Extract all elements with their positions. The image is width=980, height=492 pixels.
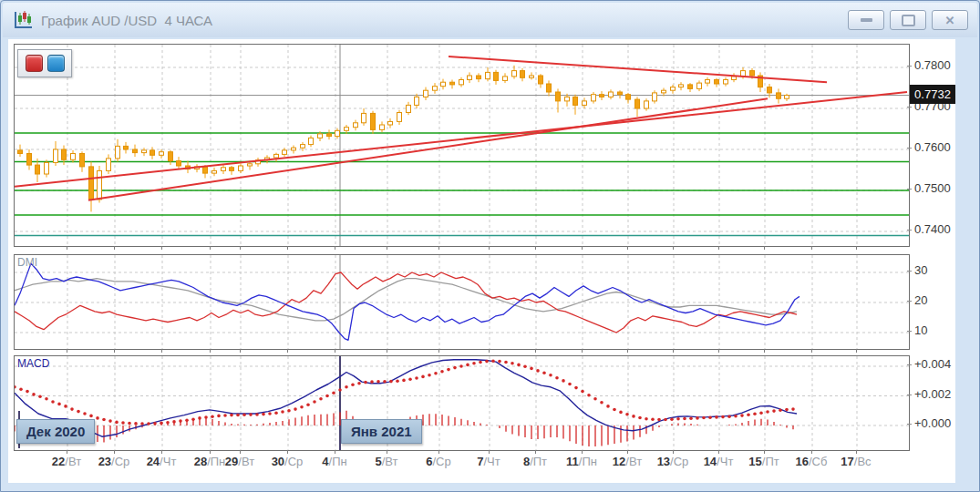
tickmark bbox=[764, 246, 765, 250]
signal-dot bbox=[204, 415, 208, 419]
tickmark bbox=[240, 246, 241, 250]
red-marker-button[interactable] bbox=[26, 55, 43, 72]
signal-dot bbox=[319, 397, 323, 401]
tickmark bbox=[287, 246, 288, 250]
candle bbox=[768, 87, 772, 93]
maximize-button[interactable] bbox=[890, 10, 926, 30]
signal-dot bbox=[676, 417, 680, 421]
signal-dot bbox=[147, 422, 150, 425]
signal-dot bbox=[153, 422, 157, 425]
signal-dot bbox=[134, 422, 138, 425]
candle bbox=[354, 123, 358, 128]
candle bbox=[645, 101, 649, 108]
candle bbox=[407, 105, 411, 112]
signal-dot bbox=[574, 386, 578, 390]
candle bbox=[388, 121, 393, 125]
signal-dot bbox=[536, 369, 540, 373]
close-button[interactable]: ✕ bbox=[932, 10, 968, 30]
date-tick-label: 11/Пн bbox=[556, 455, 607, 468]
signal-dot bbox=[57, 403, 61, 406]
signal-dot bbox=[485, 360, 489, 364]
price-axis-label: 0.7800 bbox=[914, 58, 951, 72]
signal-dot bbox=[491, 360, 495, 364]
dmi-indicator-panel[interactable] bbox=[14, 254, 910, 350]
dmi-axis-label: 30 bbox=[914, 263, 927, 277]
candle bbox=[415, 97, 419, 105]
candle bbox=[318, 134, 323, 138]
signal-dot bbox=[15, 385, 16, 389]
tickmark bbox=[718, 450, 719, 454]
price-chart-panel[interactable] bbox=[14, 44, 910, 247]
signal-dot bbox=[504, 361, 508, 364]
signal-dot bbox=[498, 360, 501, 364]
macd-axis-label: +0.000 bbox=[914, 416, 951, 430]
signal-dot bbox=[593, 397, 597, 401]
signal-dot bbox=[689, 416, 693, 420]
signal-dot bbox=[511, 362, 514, 365]
candle bbox=[486, 72, 490, 78]
candle bbox=[133, 149, 138, 153]
tickmark bbox=[535, 450, 536, 454]
tickmark bbox=[489, 349, 490, 353]
candle bbox=[583, 101, 587, 106]
macd-label: MACD bbox=[17, 357, 49, 370]
signal-dot bbox=[766, 410, 769, 414]
candle bbox=[397, 113, 402, 122]
signal-dot bbox=[268, 412, 272, 415]
signal-dot bbox=[702, 416, 706, 420]
candle bbox=[54, 149, 58, 162]
screenshot-root: График AUD /USD 4 ЧАСА ✕ DMI MACD 0.7800… bbox=[0, 0, 980, 492]
close-icon: ✕ bbox=[945, 15, 955, 26]
macd-indicator-panel[interactable] bbox=[14, 355, 910, 451]
candle bbox=[785, 96, 789, 99]
date-tick-label: 23/Ср bbox=[88, 455, 139, 468]
tickmark bbox=[438, 450, 439, 454]
signal-dot bbox=[211, 415, 214, 419]
minimize-button[interactable] bbox=[848, 10, 884, 30]
blue-marker-button[interactable] bbox=[47, 55, 65, 72]
candle bbox=[450, 82, 455, 85]
signal-dot bbox=[83, 412, 87, 415]
tickmark bbox=[764, 450, 765, 454]
signal-dot bbox=[421, 375, 425, 379]
signal-dot bbox=[191, 417, 195, 421]
candle bbox=[335, 130, 340, 136]
tickmark bbox=[718, 349, 719, 353]
signal-dot bbox=[230, 414, 233, 417]
window-titlebar[interactable]: График AUD /USD 4 ЧАСА ✕ bbox=[3, 3, 977, 37]
date-tick-label: 24/Чт bbox=[136, 455, 187, 468]
signal-dot bbox=[351, 384, 355, 387]
signal-dot bbox=[108, 419, 112, 423]
candle bbox=[626, 95, 631, 99]
tickmark bbox=[114, 246, 115, 250]
signal-dot bbox=[466, 364, 469, 367]
minimize-icon bbox=[861, 18, 872, 22]
price-axis-label: 0.7600 bbox=[914, 140, 951, 154]
signal-dot bbox=[721, 415, 725, 419]
adx-line bbox=[15, 279, 797, 321]
tickmark bbox=[718, 246, 719, 250]
candle bbox=[724, 80, 728, 85]
signal-dot bbox=[255, 413, 259, 416]
signal-dot bbox=[542, 372, 546, 375]
signal-dot bbox=[77, 410, 80, 414]
signal-dot bbox=[306, 404, 310, 407]
window-controls: ✕ bbox=[848, 10, 968, 30]
signal-dot bbox=[785, 408, 789, 412]
candle bbox=[230, 168, 234, 171]
tickmark bbox=[811, 246, 812, 250]
signal-dot bbox=[440, 370, 444, 374]
signal-dot bbox=[389, 380, 393, 384]
signal-dot bbox=[600, 401, 603, 405]
tickmark bbox=[335, 246, 335, 250]
tickmark bbox=[673, 349, 674, 353]
tickmark bbox=[240, 450, 241, 454]
candle bbox=[212, 170, 217, 173]
tickmark bbox=[627, 450, 628, 454]
signal-dot bbox=[523, 365, 527, 369]
signal-dot bbox=[32, 393, 36, 396]
candle bbox=[327, 134, 332, 137]
signal-dot bbox=[115, 421, 119, 425]
date-tick-label: 17/Вс bbox=[830, 455, 882, 468]
candle bbox=[150, 150, 155, 155]
